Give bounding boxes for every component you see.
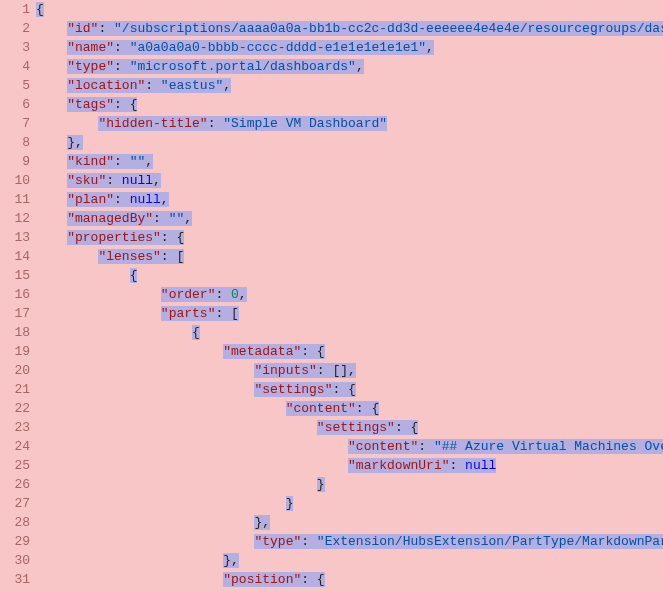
highlighted-text: "sku": null, <box>67 173 161 188</box>
indent <box>36 78 67 93</box>
code-line[interactable]: "metadata": { <box>36 342 663 361</box>
code-line[interactable]: "location": "eastus", <box>36 76 663 95</box>
code-line[interactable]: "markdownUri": null <box>36 456 663 475</box>
code-line[interactable]: "name": "a0a0a0a0-bbbb-cccc-dddd-e1e1e1e… <box>36 38 663 57</box>
line-number: 2 <box>0 19 30 38</box>
highlighted-text: { <box>36 2 44 17</box>
token-str: "a0a0a0a0-bbbb-cccc-dddd-e1e1e1e1e1e1" <box>130 40 426 55</box>
line-number: 26 <box>0 475 30 494</box>
token-pun: , <box>239 287 247 302</box>
highlighted-text: "metadata": { <box>223 344 324 359</box>
code-line[interactable]: "plan": null, <box>36 190 663 209</box>
code-editor[interactable]: 1234567891011121314151617181920212223242… <box>0 0 663 592</box>
code-line[interactable]: "tags": { <box>36 95 663 114</box>
code-line[interactable]: "properties": { <box>36 228 663 247</box>
token-pun: : <box>114 154 130 169</box>
token-pun: , <box>145 154 153 169</box>
code-line[interactable]: "settings": { <box>36 380 663 399</box>
code-line[interactable]: { <box>36 323 663 342</box>
token-pun: : <box>106 173 122 188</box>
token-key: "markdownUri" <box>348 458 449 473</box>
code-line[interactable]: "content": { <box>36 399 663 418</box>
line-number: 5 <box>0 76 30 95</box>
token-key: "properties" <box>67 230 161 245</box>
code-line[interactable]: "sku": null, <box>36 171 663 190</box>
code-line[interactable]: "parts": [ <box>36 304 663 323</box>
code-line[interactable]: } <box>36 475 663 494</box>
code-line[interactable]: "settings": { <box>36 418 663 437</box>
line-number: 1 <box>0 0 30 19</box>
code-line[interactable]: }, <box>36 551 663 570</box>
token-key: "type" <box>254 534 301 549</box>
token-pun: { <box>130 268 138 283</box>
token-key: "id" <box>67 21 98 36</box>
line-number: 10 <box>0 171 30 190</box>
highlighted-text: "name": "a0a0a0a0-bbbb-cccc-dddd-e1e1e1e… <box>67 40 434 55</box>
line-number: 21 <box>0 380 30 399</box>
token-key: "sku" <box>67 173 106 188</box>
line-number: 18 <box>0 323 30 342</box>
token-pun: { <box>36 2 44 17</box>
code-line[interactable]: "hidden-title": "Simple VM Dashboard" <box>36 114 663 133</box>
token-key: "settings" <box>317 420 395 435</box>
code-line[interactable]: }, <box>36 513 663 532</box>
highlighted-text: "type": "microsoft.portal/dashboards", <box>67 59 363 74</box>
highlighted-text: "id": "/subscriptions/aaaa0a0a-bb1b-cc2c… <box>67 21 663 36</box>
code-line[interactable]: "type": "microsoft.portal/dashboards", <box>36 57 663 76</box>
token-key: "settings" <box>254 382 332 397</box>
code-line[interactable]: { <box>36 0 663 19</box>
token-key: "type" <box>67 59 114 74</box>
line-number: 17 <box>0 304 30 323</box>
token-pun: : <box>301 534 317 549</box>
indent <box>36 268 130 283</box>
line-number: 28 <box>0 513 30 532</box>
highlighted-text: "settings": { <box>254 382 355 397</box>
token-pun: , <box>356 59 364 74</box>
indent <box>36 230 67 245</box>
code-line[interactable]: "inputs": [], <box>36 361 663 380</box>
token-pun: : { <box>395 420 418 435</box>
indent <box>36 116 98 131</box>
highlighted-text: "tags": { <box>67 97 137 112</box>
code-line[interactable]: "kind": "", <box>36 152 663 171</box>
code-line[interactable]: { <box>36 266 663 285</box>
code-line[interactable]: "order": 0, <box>36 285 663 304</box>
code-area[interactable]: { "id": "/subscriptions/aaaa0a0a-bb1b-cc… <box>36 0 663 592</box>
token-str: "eastus" <box>161 78 223 93</box>
token-pun: : { <box>301 572 324 587</box>
token-pun: }, <box>254 515 270 530</box>
code-line[interactable]: "content": "## Azure Virtual Machines Ov… <box>36 437 663 456</box>
token-key: "kind" <box>67 154 114 169</box>
token-pun: }, <box>223 553 239 568</box>
highlighted-text: "managedBy": "", <box>67 211 192 226</box>
token-pun: : [ <box>215 306 238 321</box>
code-line[interactable]: "position": { <box>36 570 663 589</box>
indent <box>36 515 254 530</box>
indent <box>36 439 348 454</box>
token-pun: , <box>153 173 161 188</box>
token-str: "" <box>130 154 146 169</box>
indent <box>36 458 348 473</box>
highlighted-text: "kind": "", <box>67 154 153 169</box>
line-number: 19 <box>0 342 30 361</box>
highlighted-text: "lenses": [ <box>98 249 184 264</box>
highlighted-text: "type": "Extension/HubsExtension/PartTyp… <box>254 534 663 549</box>
code-line[interactable]: "managedBy": "", <box>36 209 663 228</box>
line-number: 16 <box>0 285 30 304</box>
code-line[interactable]: } <box>36 494 663 513</box>
token-str: "## Azure Virtual Machines Over <box>434 439 663 454</box>
indent <box>36 496 286 511</box>
highlighted-text: } <box>286 496 294 511</box>
token-str: "Simple VM Dashboard" <box>223 116 387 131</box>
token-key: "managedBy" <box>67 211 153 226</box>
highlighted-text: } <box>317 477 325 492</box>
code-line[interactable]: "lenses": [ <box>36 247 663 266</box>
code-line[interactable]: "type": "Extension/HubsExtension/PartTyp… <box>36 532 663 551</box>
code-line[interactable]: "id": "/subscriptions/aaaa0a0a-bb1b-cc2c… <box>36 19 663 38</box>
token-nul: null <box>130 192 161 207</box>
token-pun: : <box>449 458 465 473</box>
token-pun: }, <box>67 135 83 150</box>
highlighted-text: { <box>130 268 138 283</box>
code-line[interactable]: }, <box>36 133 663 152</box>
token-pun: : [ <box>161 249 184 264</box>
